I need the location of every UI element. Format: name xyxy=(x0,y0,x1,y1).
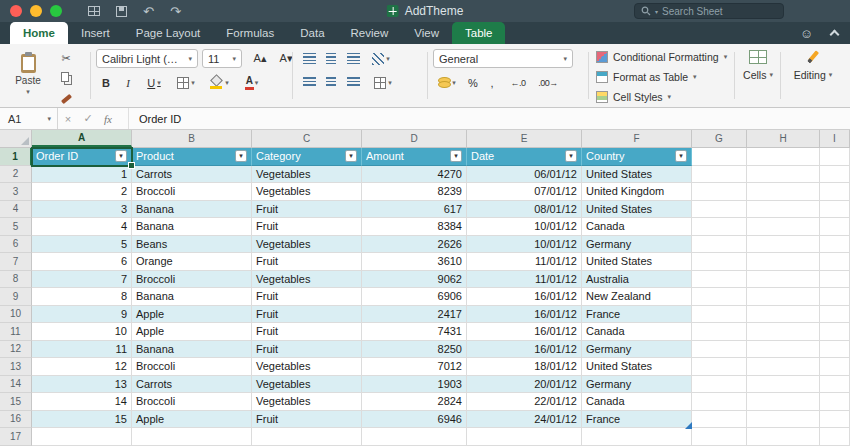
cell-E2[interactable]: 06/01/12 xyxy=(467,166,582,184)
cell-D10[interactable]: 2417 xyxy=(362,306,467,324)
cell-B7[interactable]: Orange xyxy=(132,253,252,271)
cell-I5[interactable] xyxy=(820,218,850,236)
cell-A6[interactable]: 5 xyxy=(32,236,132,254)
cell-H1[interactable] xyxy=(747,148,820,166)
cell-I1[interactable] xyxy=(820,148,850,166)
cell-E7[interactable]: 11/01/12 xyxy=(467,253,582,271)
cell-G3[interactable] xyxy=(692,183,747,201)
cell-E4[interactable]: 08/01/12 xyxy=(467,201,582,219)
cell-B13[interactable]: Broccoli xyxy=(132,358,252,376)
cell-E12[interactable]: 16/01/12 xyxy=(467,341,582,359)
cell-G13[interactable] xyxy=(692,358,747,376)
row-header-2[interactable]: 2 xyxy=(0,166,32,184)
row-header-1[interactable]: 1 xyxy=(0,148,32,166)
cell-H6[interactable] xyxy=(747,236,820,254)
cancel-entry-button[interactable]: × xyxy=(58,113,78,125)
row-header-6[interactable]: 6 xyxy=(0,236,32,254)
row-header-10[interactable]: 10 xyxy=(0,306,32,324)
cell-H11[interactable] xyxy=(747,323,820,341)
cell-D4[interactable]: 617 xyxy=(362,201,467,219)
cell-H15[interactable] xyxy=(747,393,820,411)
cell-F5[interactable]: Canada xyxy=(582,218,692,236)
cell-B5[interactable]: Banana xyxy=(132,218,252,236)
cell-F11[interactable]: Canada xyxy=(582,323,692,341)
filter-icon[interactable]: ▾ xyxy=(235,150,247,162)
row-header-8[interactable]: 8 xyxy=(0,271,32,289)
grow-font-button[interactable]: A▴ xyxy=(248,49,272,68)
cell-B14[interactable]: Carrots xyxy=(132,376,252,394)
cell-F17[interactable] xyxy=(582,428,692,446)
search-input[interactable]: ▾ Search Sheet xyxy=(634,3,784,19)
cell-D8[interactable]: 9062 xyxy=(362,271,467,289)
formula-input[interactable]: Order ID xyxy=(128,108,181,129)
cell-C13[interactable]: Vegetables xyxy=(252,358,362,376)
align-top-button[interactable] xyxy=(300,73,318,92)
align-bottom-button[interactable] xyxy=(344,73,362,92)
comma-format-button[interactable]: , xyxy=(484,73,500,92)
cell-I8[interactable] xyxy=(820,271,850,289)
cell-B4[interactable]: Banana xyxy=(132,201,252,219)
undo-icon[interactable]: ↶ xyxy=(143,4,154,19)
cell-E15[interactable]: 22/01/12 xyxy=(467,393,582,411)
cell-F13[interactable]: United States xyxy=(582,358,692,376)
cell-A16[interactable]: 15 xyxy=(32,411,132,429)
cell-G11[interactable] xyxy=(692,323,747,341)
font-name-select[interactable]: Calibri Light (… ▾ xyxy=(96,49,198,68)
cell-E3[interactable]: 07/01/12 xyxy=(467,183,582,201)
row-header-7[interactable]: 7 xyxy=(0,253,32,271)
cell-G6[interactable] xyxy=(692,236,747,254)
cell-D13[interactable]: 7012 xyxy=(362,358,467,376)
column-header-H[interactable]: H xyxy=(747,130,820,147)
cell-D6[interactable]: 2626 xyxy=(362,236,467,254)
cell-E9[interactable]: 16/01/12 xyxy=(467,288,582,306)
cell-C4[interactable]: Fruit xyxy=(252,201,362,219)
cell-D15[interactable]: 2824 xyxy=(362,393,467,411)
cell-E6[interactable]: 10/01/12 xyxy=(467,236,582,254)
cell-C3[interactable]: Vegetables xyxy=(252,183,362,201)
align-middle-button[interactable] xyxy=(322,73,340,92)
cell-H17[interactable] xyxy=(747,428,820,446)
confirm-entry-button[interactable]: ✓ xyxy=(78,112,98,125)
cell-I17[interactable] xyxy=(820,428,850,446)
column-header-D[interactable]: D xyxy=(362,130,467,147)
cell-E8[interactable]: 11/01/12 xyxy=(467,271,582,289)
tab-insert[interactable]: Insert xyxy=(68,22,123,44)
cell-B3[interactable]: Broccoli xyxy=(132,183,252,201)
cell-D12[interactable]: 8250 xyxy=(362,341,467,359)
cell-G12[interactable] xyxy=(692,341,747,359)
decrease-decimal-button[interactable]: .00→ xyxy=(534,73,562,92)
cell-D7[interactable]: 3610 xyxy=(362,253,467,271)
cell-G10[interactable] xyxy=(692,306,747,324)
cut-button[interactable]: ✂ xyxy=(58,52,74,65)
cell-C16[interactable]: Fruit xyxy=(252,411,362,429)
column-header-E[interactable]: E xyxy=(467,130,582,147)
cell-B6[interactable]: Beans xyxy=(132,236,252,254)
cell-H7[interactable] xyxy=(747,253,820,271)
cell-H3[interactable] xyxy=(747,183,820,201)
cell-A9[interactable]: 8 xyxy=(32,288,132,306)
cell-D3[interactable]: 8239 xyxy=(362,183,467,201)
cell-I16[interactable] xyxy=(820,411,850,429)
search-scope-chevron-icon[interactable]: ▾ xyxy=(655,8,658,15)
align-left-button[interactable] xyxy=(300,49,318,68)
name-box[interactable]: A1 ▾ xyxy=(0,108,58,129)
cell-I13[interactable] xyxy=(820,358,850,376)
cell-A11[interactable]: 10 xyxy=(32,323,132,341)
cell-B2[interactable]: Carrots xyxy=(132,166,252,184)
cell-I10[interactable] xyxy=(820,306,850,324)
cell-C6[interactable]: Vegetables xyxy=(252,236,362,254)
cell-A10[interactable]: 9 xyxy=(32,306,132,324)
orientation-button[interactable]: ▾ xyxy=(368,49,394,68)
cell-D16[interactable]: 6946 xyxy=(362,411,467,429)
filter-icon[interactable]: ▾ xyxy=(345,150,357,162)
align-center-button[interactable] xyxy=(322,49,340,68)
cell-G4[interactable] xyxy=(692,201,747,219)
zoom-window-button[interactable] xyxy=(50,5,62,17)
cell-I15[interactable] xyxy=(820,393,850,411)
table-header-order-id[interactable]: Order ID▾ xyxy=(32,148,132,166)
cell-G15[interactable] xyxy=(692,393,747,411)
cell-styles-button[interactable]: Cell Styles ▾ xyxy=(596,88,671,106)
editing-button[interactable]: Editing▾ xyxy=(788,50,838,81)
cell-I7[interactable] xyxy=(820,253,850,271)
cell-F4[interactable]: United States xyxy=(582,201,692,219)
